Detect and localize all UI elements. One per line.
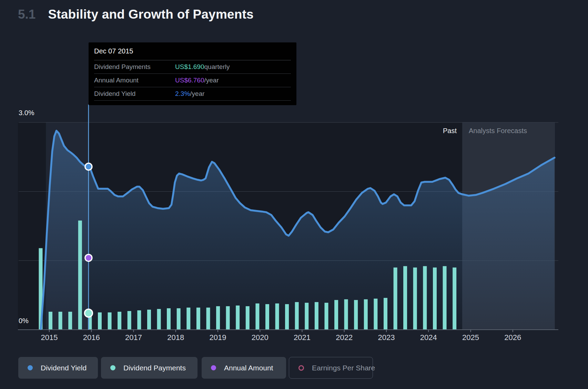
- payment-bar: [275, 303, 279, 330]
- payment-bar: [226, 306, 230, 330]
- x-axis-label-2024: 2024: [420, 333, 437, 342]
- legend-item-annual-amount[interactable]: Annual Amount: [202, 357, 286, 379]
- payment-marker-dot: [84, 309, 92, 317]
- payment-bar: [246, 306, 250, 330]
- payment-bar: [147, 310, 151, 330]
- payment-bar: [433, 268, 437, 330]
- payment-bar: [255, 303, 259, 330]
- legend-label: Earnings Per Share: [312, 364, 375, 372]
- payment-bar: [374, 299, 377, 330]
- payment-bar: [128, 311, 131, 330]
- annual-amount-dot-icon: [211, 365, 216, 370]
- tooltip-row-annual-amount: Annual AmountUS$6.760/year: [94, 74, 291, 87]
- payment-bar: [334, 300, 338, 330]
- x-axis-label-2015: 2015: [41, 333, 58, 342]
- x-axis-label-2025: 2025: [462, 333, 479, 342]
- x-axis-label-2016: 2016: [83, 333, 100, 342]
- payment-bar: [108, 312, 112, 330]
- y-axis-label-top: 3.0%: [19, 109, 34, 117]
- dividend-payments-dot-icon: [110, 365, 115, 370]
- payment-bar: [453, 268, 456, 330]
- annual-amount-marker-dot: [85, 255, 92, 261]
- tooltip-row-value: 2.3%: [175, 90, 190, 98]
- payment-bar: [384, 298, 387, 330]
- chart-legend: Dividend YieldDividend PaymentsAnnual Am…: [0, 357, 588, 379]
- tooltip-row-label: Dividend Yield: [94, 90, 175, 98]
- dividend-yield-dot-icon: [28, 365, 33, 370]
- payment-bar: [403, 266, 407, 330]
- x-axis-label-2017: 2017: [125, 333, 142, 342]
- tooltip-row-unit: /year: [190, 90, 204, 98]
- tooltip-row-value: US$6.760: [175, 77, 204, 84]
- payment-bar: [305, 303, 308, 330]
- payment-bar: [295, 302, 299, 330]
- payment-bar: [177, 308, 181, 330]
- payment-bar: [206, 308, 210, 330]
- payment-bar: [49, 312, 52, 330]
- payment-bar: [167, 308, 171, 330]
- tooltip-rows: Dividend PaymentsUS$1.690 quarterlyAnnua…: [94, 60, 291, 101]
- payment-bar: [265, 304, 269, 330]
- payment-bar: [413, 268, 417, 330]
- payment-bar: [137, 310, 141, 330]
- legend-label: Annual Amount: [224, 364, 273, 372]
- tooltip-row-value: US$1.690: [175, 63, 204, 71]
- legend-item-dividend-payments[interactable]: Dividend Payments: [101, 357, 197, 379]
- x-axis-label-2021: 2021: [294, 333, 311, 342]
- payment-bar: [59, 312, 62, 330]
- payment-bar: [68, 312, 72, 330]
- yield-marker-dot: [85, 163, 92, 170]
- tooltip-row-label: Annual Amount: [94, 77, 175, 84]
- tooltip-row-dividend-yield: Dividend Yield2.3%/year: [94, 87, 291, 101]
- payment-bar: [186, 308, 190, 330]
- legend-label: Dividend Payments: [123, 364, 186, 372]
- payment-bar: [325, 303, 328, 330]
- forecast-region-label: Analysts Forecasts: [469, 127, 527, 135]
- tooltip-date: Dec 07 2015: [94, 42, 291, 60]
- payment-bar: [157, 309, 161, 330]
- tooltip-row-unit: quarterly: [204, 63, 230, 71]
- payment-bar: [98, 312, 102, 330]
- payment-bar: [344, 299, 348, 330]
- x-axis-label-2018: 2018: [167, 333, 184, 342]
- payment-bar: [394, 268, 397, 330]
- legend-item-dividend-yield[interactable]: Dividend Yield: [18, 357, 98, 379]
- x-axis-label-2026: 2026: [504, 333, 521, 342]
- tooltip-row-unit: /year: [204, 77, 219, 84]
- payment-bar: [354, 300, 358, 330]
- payment-bar: [285, 304, 289, 330]
- x-axis-label-2020: 2020: [252, 333, 268, 342]
- tooltip-row-dividend-payments: Dividend PaymentsUS$1.690 quarterly: [94, 60, 291, 74]
- payment-bar: [196, 308, 200, 330]
- legend-item-earnings-per-share[interactable]: Earnings Per Share: [289, 357, 373, 379]
- payment-bar: [364, 299, 368, 330]
- earnings-per-share-ring-icon: [298, 365, 304, 371]
- dividend-stability-page: { "header": { "section_number": "5.1", "…: [0, 0, 588, 389]
- x-axis-label-2019: 2019: [209, 333, 226, 342]
- legend-label: Dividend Yield: [41, 364, 87, 372]
- chart-tooltip: Dec 07 2015 Dividend PaymentsUS$1.690 qu…: [89, 42, 296, 105]
- x-axis-ticks: [49, 330, 513, 332]
- payment-bar: [216, 306, 220, 330]
- y-axis-label-bottom: 0%: [19, 317, 29, 325]
- tooltip-row-label: Dividend Payments: [94, 63, 175, 71]
- payment-bar: [315, 302, 318, 330]
- payment-bar: [118, 312, 121, 330]
- payment-bar: [443, 266, 447, 330]
- x-axis-label-2023: 2023: [378, 333, 395, 342]
- payment-bar: [423, 266, 427, 330]
- past-region-label: Past: [443, 127, 457, 135]
- x-axis-label-2022: 2022: [336, 333, 353, 342]
- payment-bar: [78, 221, 82, 330]
- payment-bar: [236, 306, 240, 330]
